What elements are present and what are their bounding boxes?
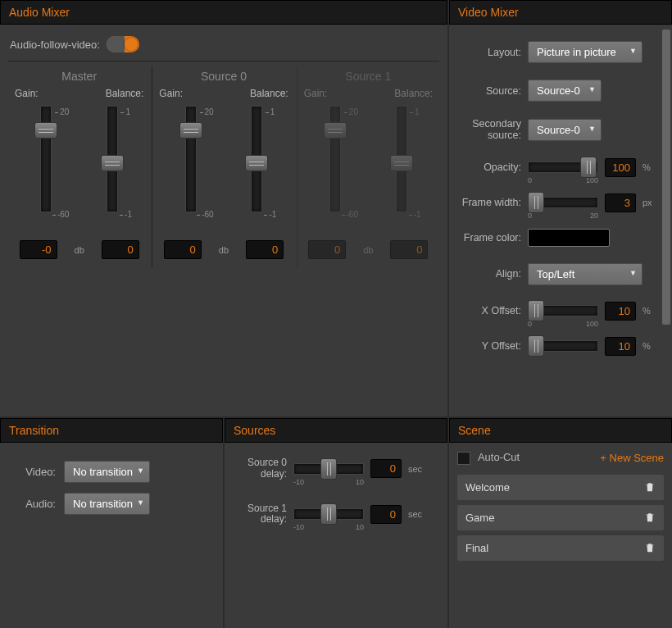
gain-label: Gain:: [159, 88, 183, 99]
frame-width-value[interactable]: 3: [605, 193, 636, 212]
source-delay-row-1: Source 1 delay: -1010 0 sec: [233, 503, 439, 526]
channel-1: Source 0 Gain: Balance: 20 -60 1 -1 0 db…: [152, 66, 294, 267]
gain-value[interactable]: -0: [20, 240, 57, 259]
opacity-slider[interactable]: 0100: [528, 162, 598, 173]
gain-slider[interactable]: 20 -60: [311, 106, 360, 225]
auto-cut-checkbox[interactable]: [457, 452, 470, 465]
channel-title: Source 0: [157, 70, 289, 88]
balance-value[interactable]: 0: [246, 240, 284, 259]
balance-slider[interactable]: 1 -1: [377, 106, 426, 225]
trash-icon[interactable]: [644, 542, 656, 553]
gain-label: Gain:: [304, 88, 328, 99]
balance-slider[interactable]: 1 -1: [232, 106, 281, 225]
transition-title: Transition: [0, 418, 223, 443]
transition-audio-label: Audio:: [8, 498, 56, 510]
scene-panel: Scene Auto-Cut + New Scene Welcome Game …: [449, 418, 672, 628]
sources-panel: Sources Source 0 delay: -1010 0 sec Sour…: [225, 418, 447, 628]
opacity-value[interactable]: 100: [605, 158, 636, 177]
gain-slider[interactable]: 20 -60: [166, 106, 216, 225]
transition-video-label: Video:: [8, 466, 56, 478]
y-offset-label: Y Offset:: [457, 340, 521, 352]
align-label: Align:: [457, 268, 521, 280]
source-label: Source:: [457, 85, 521, 97]
channel-0: Master Gain: Balance: 20 -60 1 -1 -0 db …: [8, 66, 150, 267]
scene-item-label: Welcome: [465, 481, 510, 494]
gain-slider[interactable]: 20 -60: [21, 106, 70, 225]
audio-mixer-title: Audio Mixer: [0, 0, 447, 25]
new-scene-button[interactable]: + New Scene: [600, 452, 664, 464]
source-delay-slider[interactable]: -1010: [293, 508, 364, 520]
y-offset-unit: %: [642, 341, 651, 351]
source-select[interactable]: Source-0: [528, 80, 602, 102]
audio-mixer-panel: Audio Mixer Audio-follow-video: Master G…: [0, 0, 447, 416]
video-mixer-title: Video Mixer: [449, 0, 672, 25]
afv-toggle[interactable]: [107, 36, 139, 52]
gain-value[interactable]: 0: [308, 240, 346, 259]
x-offset-unit: %: [642, 306, 651, 316]
gain-label: Gain:: [15, 88, 39, 99]
sources-title: Sources: [225, 418, 447, 443]
frame-width-unit: px: [642, 198, 652, 207]
x-offset-slider[interactable]: 0100: [528, 305, 598, 316]
x-offset-value[interactable]: 10: [605, 302, 636, 321]
frame-color-label: Frame color:: [457, 232, 521, 243]
secondary-select[interactable]: Source-0: [528, 119, 602, 141]
db-unit: db: [363, 245, 373, 255]
auto-cut-label: Auto-Cut: [478, 451, 520, 463]
layout-label: Layout:: [457, 47, 521, 58]
scene-item[interactable]: Welcome: [457, 475, 664, 500]
channel-title: Source 1: [302, 70, 434, 88]
source-delay-unit: sec: [408, 509, 422, 519]
transition-video-select[interactable]: No transition: [64, 461, 150, 483]
trash-icon[interactable]: [644, 512, 656, 523]
source-delay-value[interactable]: 0: [370, 459, 402, 478]
balance-slider[interactable]: 1 -1: [88, 106, 137, 225]
channel-title: Master: [13, 70, 145, 88]
db-unit: db: [219, 245, 229, 255]
channel-2: Source 1 Gain: Balance: 20 -60 1 -1 0 db…: [297, 66, 439, 267]
scene-item[interactable]: Final: [457, 535, 664, 561]
balance-value[interactable]: 0: [390, 240, 428, 259]
balance-label: Balance:: [394, 88, 433, 99]
scene-item-label: Final: [465, 542, 488, 554]
secondary-label: Secondary source:: [457, 118, 521, 142]
afv-label: Audio-follow-video:: [10, 39, 100, 51]
trash-icon[interactable]: [644, 481, 656, 493]
frame-width-label: Frame width:: [457, 197, 521, 208]
align-select[interactable]: Top/Left: [528, 263, 642, 285]
balance-label: Balance:: [250, 88, 288, 99]
source-delay-value[interactable]: 0: [370, 505, 402, 524]
layout-select[interactable]: Picture in picture: [528, 41, 642, 63]
source-delay-label: Source 1 delay:: [233, 503, 287, 526]
transition-panel: Transition Video: No transition Audio: N…: [0, 418, 223, 628]
gain-value[interactable]: 0: [164, 240, 202, 259]
source-delay-unit: sec: [408, 464, 422, 474]
source-delay-row-0: Source 0 delay: -1010 0 sec: [233, 457, 439, 480]
y-offset-slider[interactable]: [528, 340, 598, 352]
db-unit: db: [75, 245, 84, 255]
source-delay-label: Source 0 delay:: [233, 457, 287, 480]
scene-item-label: Game: [465, 512, 494, 524]
source-delay-slider[interactable]: -1010: [293, 463, 364, 475]
frame-color-picker[interactable]: [528, 229, 610, 247]
frame-width-slider[interactable]: 020: [528, 197, 598, 208]
opacity-unit: %: [642, 162, 651, 172]
balance-label: Balance:: [106, 88, 144, 99]
video-mixer-panel: Video Mixer Layout: Picture in picture S…: [449, 0, 672, 416]
scene-title: Scene: [449, 418, 672, 443]
x-offset-label: X Offset:: [457, 305, 521, 316]
transition-audio-select[interactable]: No transition: [64, 493, 150, 515]
balance-value[interactable]: 0: [102, 240, 139, 259]
scene-item[interactable]: Game: [457, 505, 664, 530]
y-offset-value[interactable]: 10: [605, 337, 636, 356]
opacity-label: Opacity:: [457, 162, 521, 173]
